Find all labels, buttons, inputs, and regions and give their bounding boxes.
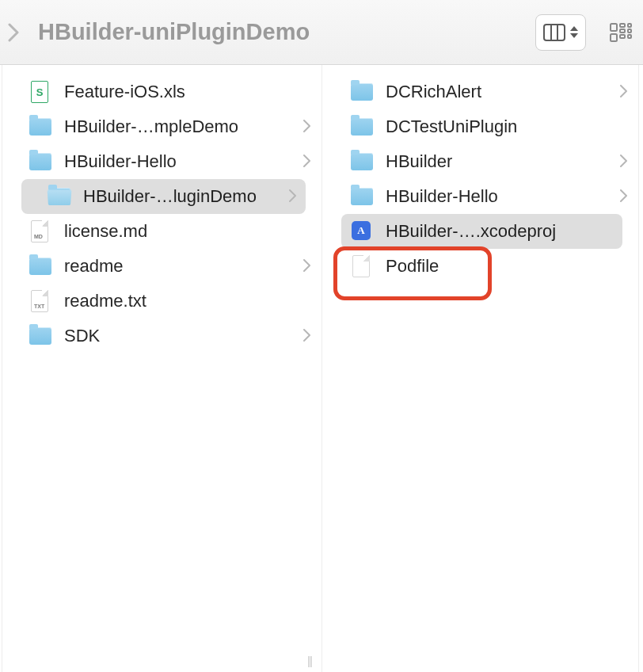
file-item-label: Feature-iOS.xls (64, 82, 310, 102)
columns-icon (543, 24, 565, 41)
file-item-label: HBuilder-…mpleDemo (64, 116, 299, 137)
folder-icon (351, 188, 373, 205)
chevron-right-icon (303, 326, 310, 346)
chevron-right-icon (303, 151, 310, 172)
folder-icon (29, 258, 51, 275)
file-item[interactable]: HBuilder-Hello (2, 144, 322, 179)
file-icon (352, 255, 370, 277)
file-item[interactable]: HBuilder-…mpleDemo (2, 109, 322, 144)
folder-icon (351, 83, 373, 101)
file-item-label: license.md (64, 221, 310, 242)
toolbar-grid-button[interactable] (605, 14, 637, 51)
folder-icon (351, 118, 373, 136)
column-resize-handle[interactable]: ǁ (307, 655, 314, 667)
file-item[interactable]: HBuilder-Hello (322, 179, 638, 214)
svg-rect-3 (611, 24, 617, 31)
folder-icon (29, 118, 51, 136)
file-item[interactable]: TXT readme.txt (2, 284, 322, 319)
file-item-label: readme.txt (64, 291, 310, 311)
file-item[interactable]: DCTestUniPlugin (322, 109, 638, 144)
file-item[interactable]: DCRichAlert (322, 74, 638, 109)
svg-rect-4 (620, 24, 625, 27)
file-item-label: HBuilder (386, 151, 615, 172)
grid-icon (610, 23, 632, 42)
back-button[interactable] (3, 17, 24, 48)
finder-columns: Feature-iOS.xls HBuilder-…mpleDemo HBuil… (0, 65, 643, 672)
file-item[interactable]: SDK (2, 319, 322, 353)
file-item-label: readme (64, 256, 299, 277)
file-item[interactable]: HBuilder (322, 144, 638, 179)
chevron-right-icon (303, 116, 310, 137)
file-item-label: HBuilder-Hello (64, 151, 299, 172)
folder-open-icon (48, 188, 70, 205)
file-item-label: DCRichAlert (386, 82, 615, 102)
file-item[interactable]: Podfile (322, 249, 638, 284)
markdown-file-icon: MD (31, 220, 48, 242)
view-columns-button[interactable] (535, 14, 586, 51)
column-parent[interactable]: Feature-iOS.xls HBuilder-…mpleDemo HBuil… (2, 65, 322, 672)
file-item[interactable]: HBuilder-…luginDemo (21, 179, 306, 214)
svg-rect-10 (628, 35, 631, 38)
file-item-label: HBuilder-Hello (386, 186, 615, 207)
chevron-right-icon (620, 186, 627, 207)
file-item-label: DCTestUniPlugin (386, 116, 627, 137)
chevron-right-icon (620, 151, 627, 172)
spreadsheet-file-icon (31, 81, 48, 103)
file-item[interactable]: Feature-iOS.xls (2, 74, 322, 109)
svg-rect-6 (620, 29, 625, 32)
file-item-label: Podfile (386, 256, 627, 277)
svg-rect-0 (544, 25, 565, 40)
up-down-icon (570, 26, 578, 38)
file-item-label: SDK (64, 326, 299, 346)
folder-icon (351, 153, 373, 170)
window-title: HBuilder-uniPluginDemo (38, 19, 310, 45)
file-item[interactable]: MD license.md (2, 214, 322, 249)
file-item-label: HBuilder-…luginDemo (83, 186, 284, 207)
folder-icon (29, 327, 51, 345)
chevron-right-icon (620, 82, 627, 102)
xcodeproj-icon (352, 221, 371, 240)
file-item-label: HBuilder-….xcodeproj (386, 221, 613, 242)
text-file-icon: TXT (31, 290, 48, 312)
chevron-right-icon (8, 23, 19, 42)
chevron-right-icon (289, 186, 296, 207)
file-item[interactable]: readme (2, 249, 322, 284)
file-item[interactable]: HBuilder-….xcodeproj (341, 214, 622, 249)
folder-icon (29, 153, 51, 170)
column-child[interactable]: DCRichAlert DCTestUniPlugin HBuilder HBu… (322, 65, 639, 672)
svg-rect-5 (628, 24, 631, 27)
chevron-right-icon (303, 256, 310, 277)
svg-rect-8 (611, 34, 617, 41)
toolbar: HBuilder-uniPluginDemo (0, 0, 643, 65)
svg-rect-9 (620, 35, 625, 38)
svg-rect-7 (628, 29, 631, 32)
